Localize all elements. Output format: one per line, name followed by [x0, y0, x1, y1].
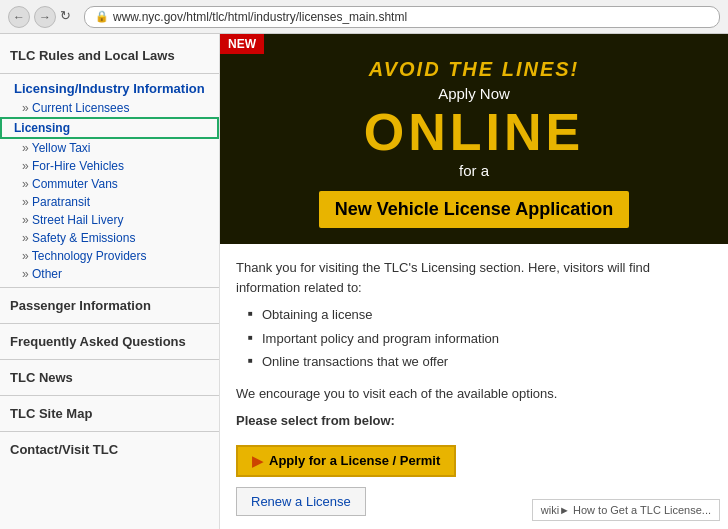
sidebar-item-contact[interactable]: Contact/Visit TLC [0, 436, 219, 463]
sidebar-item-safety-emissions[interactable]: Safety & Emissions [0, 229, 219, 247]
apply-btn-label: Apply for a License / Permit [269, 453, 440, 468]
sidebar-item-faq[interactable]: Frequently Asked Questions [0, 328, 219, 355]
content-body: Thank you for visiting the TLC's Licensi… [220, 244, 728, 529]
list-item-3: Online transactions that we offer [248, 352, 712, 372]
sidebar-item-current-licensees[interactable]: Current Licensees [0, 99, 219, 117]
sidebar-item-licensing[interactable]: Licensing [0, 117, 219, 139]
sidebar-rules-title: TLC Rules and Local Laws [0, 42, 219, 69]
sidebar-item-street-hail[interactable]: Street Hail Livery [0, 211, 219, 229]
sidebar-item-other[interactable]: Other [0, 265, 219, 283]
sidebar-item-site-map[interactable]: TLC Site Map [0, 400, 219, 427]
apply-license-button[interactable]: ▶ Apply for a License / Permit [236, 445, 456, 477]
banner: NEW AVOID THE LINES! Apply Now ONLINE fo… [220, 34, 728, 244]
forward-button[interactable]: → [34, 6, 56, 28]
renew-license-button[interactable]: Renew a License [236, 487, 366, 516]
list-item-1: Obtaining a license [248, 305, 712, 325]
sidebar: TLC Rules and Local Laws Licensing/Indus… [0, 34, 220, 529]
renew-btn-label: Renew a License [251, 494, 351, 509]
wiki-watermark: wiki► How to Get a TLC License... [532, 499, 720, 521]
list-item-2: Important policy and program information [248, 329, 712, 349]
banner-online-text: ONLINE [236, 106, 712, 158]
sidebar-divider-1 [0, 73, 219, 74]
sidebar-item-for-hire[interactable]: For-Hire Vehicles [0, 157, 219, 175]
banner-new-ribbon: NEW [220, 34, 264, 54]
sidebar-licensing-title[interactable]: Licensing/Industry Information [0, 78, 219, 99]
apply-arrow-icon: ▶ [252, 453, 263, 469]
banner-apply-now-text: Apply Now [236, 85, 712, 102]
sidebar-item-technology[interactable]: Technology Providers [0, 247, 219, 265]
page-container: TLC Rules and Local Laws Licensing/Indus… [0, 34, 728, 529]
sidebar-item-commuter-vans[interactable]: Commuter Vans [0, 175, 219, 193]
address-bar[interactable]: 🔒 www.nyc.gov/html/tlc/html/industry/lic… [84, 6, 720, 28]
sidebar-divider-5 [0, 395, 219, 396]
url-text: www.nyc.gov/html/tlc/html/industry/licen… [113, 10, 407, 24]
banner-avoid-text: AVOID THE LINES! [236, 58, 712, 81]
sidebar-item-news[interactable]: TLC News [0, 364, 219, 391]
banner-cta[interactable]: New Vehicle License Application [319, 191, 629, 228]
sidebar-divider-2 [0, 287, 219, 288]
sidebar-divider-6 [0, 431, 219, 432]
sidebar-item-paratransit[interactable]: Paratransit [0, 193, 219, 211]
nav-buttons: ← → ↻ [8, 6, 78, 28]
please-select-text: Please select from below: [236, 411, 712, 431]
main-content: NEW AVOID THE LINES! Apply Now ONLINE fo… [220, 34, 728, 529]
lock-icon: 🔒 [95, 10, 109, 23]
back-button[interactable]: ← [8, 6, 30, 28]
sidebar-divider-4 [0, 359, 219, 360]
wiki-label: wiki► How to Get a TLC License... [541, 504, 711, 516]
content-list: Obtaining a license Important policy and… [248, 305, 712, 372]
encourage-text: We encourage you to visit each of the av… [236, 384, 712, 404]
browser-toolbar: ← → ↻ 🔒 www.nyc.gov/html/tlc/html/indust… [0, 0, 728, 34]
sidebar-divider-3 [0, 323, 219, 324]
banner-for-a-text: for a [236, 162, 712, 179]
intro-text: Thank you for visiting the TLC's Licensi… [236, 258, 712, 297]
sidebar-item-passenger-info[interactable]: Passenger Information [0, 292, 219, 319]
refresh-button[interactable]: ↻ [60, 8, 78, 26]
sidebar-item-yellow-taxi[interactable]: Yellow Taxi [0, 139, 219, 157]
